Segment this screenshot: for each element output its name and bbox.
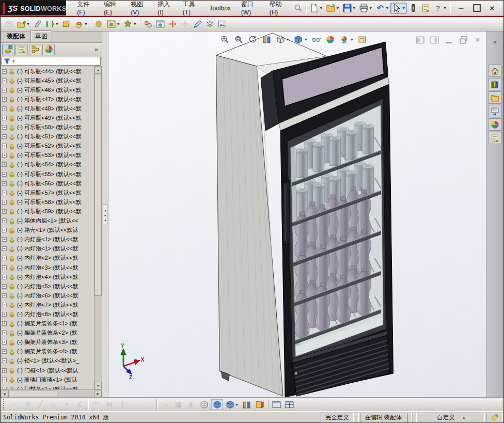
tree-item[interactable]: +(-) 玻璃门玻璃<1> (默认: [1, 375, 94, 384]
dropdown-arrow-icon[interactable]: ▼: [133, 22, 137, 26]
insert-component-button[interactable]: ▼: [15, 19, 32, 30]
app-maximize-button[interactable]: [470, 3, 483, 14]
tree-item[interactable]: +(-) 内灯泡<7> (默认<<默: [1, 300, 94, 309]
dropdown-arrow-icon[interactable]: ▼: [350, 38, 354, 41]
trim-entities-button[interactable]: ×: [60, 399, 73, 410]
wireframe-display-button[interactable]: [198, 399, 210, 410]
expand-plus-icon[interactable]: +: [2, 144, 7, 148]
offset-entities-button[interactable]: ∥: [116, 399, 129, 410]
dropdown-arrow-icon[interactable]: ▼: [117, 22, 120, 26]
menu-窗口(W)[interactable]: 窗口(W): [237, 0, 264, 18]
expand-plus-icon[interactable]: +: [2, 88, 7, 92]
dropdown-arrow-icon[interactable]: ▼: [286, 38, 290, 41]
door-handle-icon[interactable]: [283, 178, 290, 244]
scroll-thumb[interactable]: [8, 390, 57, 397]
expand-plus-icon[interactable]: +: [2, 312, 7, 317]
expand-plus-icon[interactable]: +: [2, 172, 7, 177]
panel-collapse-handle[interactable]: ◂◂◂: [103, 205, 107, 225]
tree-item[interactable]: +(-) 内灯泡<6> (默认<<默: [1, 291, 94, 300]
scroll-right-arrow[interactable]: ►: [94, 390, 102, 397]
filter-dropdown-icon[interactable]: ▼: [12, 59, 15, 63]
featuremanager-button[interactable]: [2, 44, 14, 55]
gear-mates-button[interactable]: [142, 19, 154, 30]
app-close-button[interactable]: ×: [486, 3, 498, 14]
dropdown-arrow-icon[interactable]: ▼: [304, 38, 308, 41]
expand-plus-icon[interactable]: +: [2, 69, 7, 74]
grid-button[interactable]: ▦: [172, 399, 184, 410]
new-document-button[interactable]: ▼: [308, 3, 324, 14]
tree-item[interactable]: +(-) 内灯泡<5> (默认<<默: [1, 281, 94, 291]
dropdown-arrow-icon[interactable]: ▼: [319, 6, 323, 10]
tree-vertical-scrollbar[interactable]: ▲ ▼: [94, 66, 102, 389]
corner-rectangle-button[interactable]: ⌐: [129, 399, 141, 410]
attach-paperclip-button[interactable]: [32, 19, 44, 30]
panel-splitter[interactable]: ◂◂◂: [102, 32, 108, 397]
dropdown-arrow-icon[interactable]: ▼: [369, 6, 372, 10]
rebuild-traffic-light-button[interactable]: [407, 3, 419, 14]
tree-item[interactable]: +(-) 搁架片装饰条<2> (默: [1, 328, 94, 338]
tree-item[interactable]: +(-) 可乐瓶<54> (默认<<默: [1, 160, 94, 169]
expand-plus-icon[interactable]: +: [2, 116, 7, 120]
tree-item[interactable]: +(-) 可乐瓶<49> (默认<<默: [1, 113, 94, 122]
tree-item[interactable]: +(-) 可乐瓶<46> (默认<<默: [1, 85, 94, 95]
expand-plus-icon[interactable]: +: [2, 368, 7, 373]
doc-restore-button[interactable]: [457, 34, 469, 45]
edit-component-button[interactable]: [3, 19, 15, 30]
dropdown-arrow-icon[interactable]: ▼: [84, 22, 88, 26]
expand-plus-icon[interactable]: +: [2, 134, 7, 139]
menu-工具(T)[interactable]: 工具(T): [178, 0, 204, 18]
menu-Toolbox[interactable]: Toolbox: [204, 3, 235, 14]
sketch-fillet-button[interactable]: ∠: [73, 399, 86, 410]
tree-item[interactable]: +(-) 可乐瓶<50> (默认<<默: [1, 123, 94, 132]
expand-plus-icon[interactable]: +: [2, 97, 7, 102]
expand-plus-icon[interactable]: +: [2, 237, 7, 242]
property-manager-button[interactable]: [15, 44, 28, 55]
rotate-component-button[interactable]: ▼: [73, 19, 89, 30]
expand-plus-icon[interactable]: +: [2, 246, 7, 251]
expand-plus-icon[interactable]: +: [2, 321, 7, 326]
design-library-button[interactable]: [488, 78, 502, 90]
expand-plus-icon[interactable]: +: [2, 284, 7, 289]
menu-插入(I)[interactable]: 插入(I): [153, 0, 177, 18]
assembly-features-button[interactable]: [93, 19, 105, 30]
expand-plus-icon[interactable]: +: [2, 293, 7, 298]
tree-item[interactable]: +(-) 搁架片装饰条<4> (默: [1, 347, 94, 356]
tree-item[interactable]: +(-) 可乐瓶<45> (默认<<默: [1, 76, 94, 85]
status-custom-dropdown[interactable]: 自定义▲: [418, 413, 485, 422]
doc-minimize-button[interactable]: [443, 34, 455, 45]
menu-search-icon[interactable]: [292, 3, 304, 14]
tree-item[interactable]: +(-) 门框<1> (默认<<默认: [1, 366, 94, 375]
scroll-thumb[interactable]: [94, 74, 102, 296]
expand-plus-icon[interactable]: +: [2, 125, 7, 130]
polygon-button[interactable]: ◇: [48, 399, 60, 410]
scroll-left-arrow[interactable]: ◄: [1, 390, 8, 397]
expand-plus-icon[interactable]: +: [2, 265, 7, 270]
tree-horizontal-scrollbar[interactable]: ◄ ►: [1, 389, 102, 397]
shaded-display-button[interactable]: [211, 399, 223, 410]
dropdown-arrow-icon[interactable]: ▼: [235, 403, 239, 406]
exploded-view-button[interactable]: [204, 19, 216, 30]
circle-button[interactable]: ⊙: [22, 399, 34, 410]
expand-plus-icon[interactable]: +: [2, 358, 7, 363]
scroll-down-arrow[interactable]: ▼: [94, 382, 102, 389]
display-manager-button[interactable]: [42, 44, 55, 55]
take-snapshot-button[interactable]: [216, 19, 229, 30]
sketch-point-button[interactable]: ·: [9, 399, 21, 410]
tree-item[interactable]: +(-) 内灯泡<3> (默认<<默: [1, 263, 94, 272]
tree-item[interactable]: +(-) 可乐瓶<56> (默认<<默: [1, 179, 94, 188]
panel-expand-button[interactable]: »: [94, 46, 100, 53]
view-orientation-button[interactable]: ▼: [274, 33, 291, 45]
view-settings-button[interactable]: [356, 33, 369, 45]
four-viewport-button[interactable]: [284, 399, 296, 410]
mate-button[interactable]: ▼: [44, 19, 60, 30]
expand-plus-icon[interactable]: +: [2, 331, 7, 335]
expand-plus-icon[interactable]: +: [2, 228, 7, 232]
previous-view-button[interactable]: [246, 33, 259, 45]
tree-item[interactable]: +(-) 内灯座<1> (默认<<默: [1, 235, 94, 244]
smart-component-button[interactable]: ▼: [122, 19, 138, 30]
tree-item[interactable]: +(-) 可乐瓶<59> (默认<<默: [1, 207, 94, 216]
status-tag-button[interactable]: [486, 413, 503, 422]
tree-item[interactable]: +(-) 可乐瓶<57> (默认<<默: [1, 188, 94, 197]
expand-plus-icon[interactable]: +: [2, 256, 7, 260]
apply-scene-button[interactable]: ▼: [338, 33, 355, 45]
